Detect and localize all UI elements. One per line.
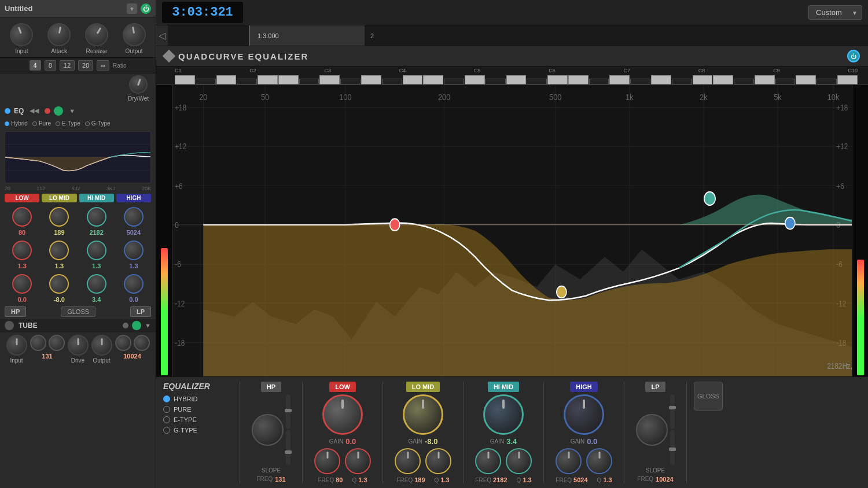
eq-type-gtype[interactable]: G-Type: [85, 120, 111, 127]
low-freq-knob[interactable]: [314, 448, 340, 474]
eq-power-dot[interactable]: [5, 108, 10, 114]
band-low-mod-col: 0.0: [5, 274, 39, 303]
piano-key: [609, 75, 630, 84]
band-himid-freq-knob[interactable]: [87, 207, 106, 227]
hp-button[interactable]: HP: [5, 306, 26, 317]
comp-knob1[interactable]: [30, 335, 46, 351]
band-himid-label[interactable]: HI MID: [79, 194, 114, 202]
band-low-freq-knob[interactable]: [12, 207, 32, 227]
band-high-freq-knob[interactable]: [124, 207, 144, 227]
tube-drive-knob[interactable]: [68, 335, 89, 356]
piano-key-black: [527, 79, 547, 84]
himid-gain-knob[interactable]: [483, 394, 524, 435]
lp-fader2[interactable]: [670, 430, 675, 465]
output-knob[interactable]: [120, 21, 147, 48]
mode-pure[interactable]: PURE: [163, 406, 233, 413]
band-high-label[interactable]: HIGH: [116, 194, 151, 202]
high-q-label: Q: [597, 477, 602, 483]
band-lomid-gain-val: 1.3: [55, 263, 64, 269]
comp-val: 131: [42, 353, 52, 360]
band-lomid-mod-knob[interactable]: [47, 271, 72, 297]
gloss-big-button[interactable]: GLOSS: [694, 382, 723, 411]
ratio-inf[interactable]: ∞: [97, 60, 109, 71]
himid-q-knob[interactable]: [506, 448, 532, 474]
eq-power-right-btn[interactable]: ⏻: [847, 50, 860, 62]
mode-etype[interactable]: E-TYPE: [163, 416, 233, 423]
eq-type-hybrid[interactable]: Hybrid: [5, 120, 28, 127]
hp-fader1[interactable]: [286, 394, 290, 429]
eq-graph-main[interactable]: 20 50 100 200 500 1k 2k 5k 10k +18 +12 +…: [172, 85, 852, 376]
eq-type-pure[interactable]: Pure: [32, 120, 51, 127]
add-button[interactable]: +: [127, 3, 137, 14]
tube-output-knob[interactable]: [91, 335, 112, 356]
eq-lp-button[interactable]: LP: [645, 382, 665, 392]
hp-fader2[interactable]: [286, 430, 290, 465]
tube-power-btn[interactable]: [132, 321, 141, 330]
ratio-8[interactable]: 8: [45, 60, 56, 71]
lp-button[interactable]: LP: [130, 306, 151, 317]
eq-low-button[interactable]: LOW: [329, 382, 356, 392]
drywet-knob[interactable]: [127, 72, 150, 96]
release-knob[interactable]: [81, 19, 113, 51]
low-freq-q-vals: FREQ 80 Q 1.3: [318, 476, 367, 483]
comp2-knob2[interactable]: [134, 335, 150, 351]
band-high-mod-knob[interactable]: [124, 274, 144, 294]
band-lomid-label[interactable]: LO MID: [42, 194, 76, 202]
himid-freq-q-vals: FREQ 2182 Q 1.3: [475, 476, 531, 483]
eq-high-button[interactable]: HIGH: [570, 382, 598, 392]
ratio-4[interactable]: 4: [30, 60, 41, 71]
band-himid-freq-val: 2182: [89, 229, 103, 236]
tube-menu-btn[interactable]: ▼: [145, 322, 151, 329]
eq-himid-button[interactable]: HI MID: [488, 382, 519, 392]
custom-dropdown-wrapper[interactable]: Custom Preset 1 Preset 2 ▼: [808, 5, 862, 20]
tube-dot1[interactable]: [123, 323, 128, 328]
eq-menu-btn[interactable]: ▼: [67, 106, 78, 116]
gloss-button[interactable]: GLOSS: [61, 306, 95, 317]
mode-gtype[interactable]: G-TYPE: [163, 427, 233, 434]
tube-input-knob[interactable]: [6, 335, 27, 356]
comp2-knob1[interactable]: [115, 335, 131, 351]
attack-knob[interactable]: [46, 21, 72, 48]
band-low-mod-knob[interactable]: [12, 274, 32, 294]
power-icon: ⏻: [851, 53, 856, 60]
eq-pwr-btn[interactable]: [54, 106, 63, 116]
high-freq-knob[interactable]: [556, 448, 582, 474]
hp-slope-label: SLOPE: [262, 467, 281, 474]
lomid-freq-knob[interactable]: [395, 448, 421, 474]
band-low-freq-col: 80: [5, 207, 39, 236]
svg-text:0: 0: [175, 220, 179, 230]
band-high-gain-knob[interactable]: [123, 240, 144, 261]
power-button[interactable]: ⏻: [141, 3, 151, 14]
lomid-gain-knob[interactable]: [403, 394, 443, 435]
input-knob[interactable]: [7, 20, 36, 49]
high-q-knob[interactable]: [586, 448, 612, 474]
eq-hp-button[interactable]: HP: [261, 382, 281, 392]
himid-freq-knob[interactable]: [475, 448, 501, 474]
eq-lomid-button[interactable]: LO MID: [406, 382, 440, 392]
timeline-track[interactable]: 1:3:000 2: [168, 25, 868, 46]
high-gain-knob[interactable]: [564, 394, 604, 435]
eq-prev-btn[interactable]: ◀◀: [27, 106, 41, 116]
low-q-knob[interactable]: [345, 448, 371, 474]
comp-knob2[interactable]: [49, 335, 65, 351]
low-gain-knob[interactable]: [322, 394, 363, 435]
custom-dropdown[interactable]: Custom Preset 1 Preset 2: [808, 5, 862, 20]
app-title: Untitled: [5, 4, 32, 13]
lp-slope-knob[interactable]: [636, 414, 668, 446]
ratio-12[interactable]: 12: [60, 60, 75, 71]
lomid-q-knob[interactable]: [425, 448, 451, 474]
eq-rec-dot[interactable]: [45, 108, 50, 114]
hp-slope-knob[interactable]: [252, 414, 284, 446]
eq-type-etype[interactable]: E-Type: [56, 120, 80, 127]
band-himid-gain-knob[interactable]: [84, 238, 109, 263]
ratio-20[interactable]: 20: [78, 60, 93, 71]
timeline-prev-btn[interactable]: ◁: [156, 30, 168, 41]
output-label: Output: [126, 48, 143, 54]
band-lomid-freq-knob[interactable]: [49, 207, 69, 227]
band-low-gain-knob[interactable]: [10, 239, 33, 261]
band-low-label[interactable]: LOW: [5, 194, 39, 202]
lp-fader1[interactable]: [670, 394, 675, 429]
mode-hybrid[interactable]: HYBRID: [163, 395, 233, 402]
band-himid-mod-knob[interactable]: [84, 271, 109, 297]
band-lomid-gain-knob[interactable]: [46, 237, 72, 264]
